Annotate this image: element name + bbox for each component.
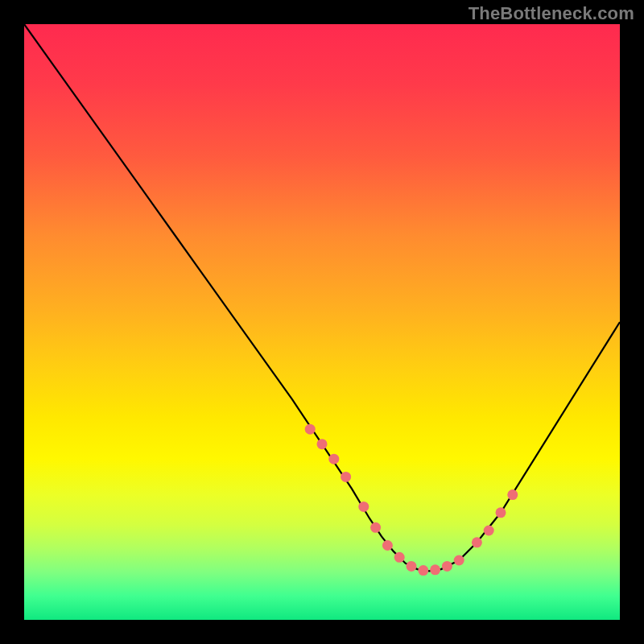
marker-point bbox=[454, 555, 464, 566]
marker-point bbox=[317, 439, 328, 449]
highlight-markers bbox=[305, 424, 518, 576]
marker-point bbox=[418, 565, 428, 576]
marker-point bbox=[507, 489, 518, 500]
marker-point bbox=[496, 507, 506, 518]
attribution-label: TheBottleneck.com bbox=[469, 3, 634, 24]
marker-point bbox=[407, 561, 417, 572]
bottleneck-curve bbox=[24, 24, 620, 571]
marker-point bbox=[370, 522, 381, 533]
marker-point bbox=[430, 564, 440, 575]
marker-point bbox=[328, 454, 339, 464]
marker-point bbox=[358, 502, 369, 512]
chart-container: TheBottleneck.com bbox=[0, 0, 644, 644]
marker-point bbox=[472, 537, 482, 547]
marker-point bbox=[442, 561, 452, 572]
marker-point bbox=[484, 526, 494, 536]
marker-point bbox=[341, 472, 351, 482]
chart-svg bbox=[24, 24, 620, 620]
marker-point bbox=[394, 552, 405, 563]
marker-point bbox=[382, 540, 393, 551]
marker-point bbox=[305, 424, 316, 435]
